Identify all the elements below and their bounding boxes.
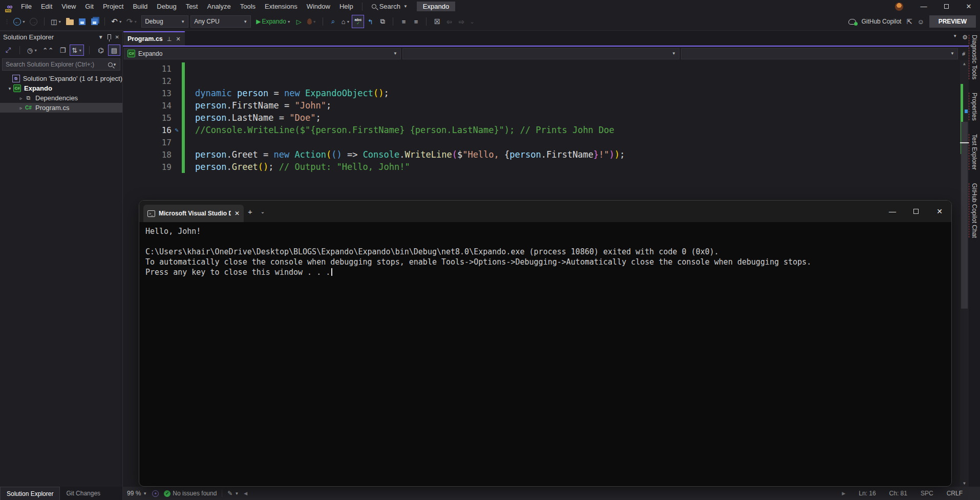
console-tab[interactable]: >_ Microsoft Visual Studio Debu ✕ [143,205,244,222]
tree-item-program-cs[interactable]: ▹C#Program.cs [0,103,122,113]
collapse-all-button[interactable]: ⌃⌃ [40,45,55,56]
visual-studio-logo-icon[interactable]: ∞PRE [3,1,16,12]
document-health-indicator[interactable]: ✓ No issues found [164,490,217,497]
share-icon[interactable]: ⇱ [906,18,912,26]
scroll-down-arrow-icon[interactable]: ▼ [960,481,969,486]
expander-right-icon[interactable]: ▹ [17,96,25,101]
expander-down-icon[interactable]: ▾ [6,86,13,91]
redo-button[interactable]: ↷▼ [124,15,140,28]
preview-selected-item-button[interactable]: ⌂▼ [339,15,352,28]
zoom-dropdown[interactable]: 99 % ▼ [127,490,147,497]
line-number[interactable]: 11 [123,64,172,74]
console-tab-dropdown-icon[interactable]: ⌄ [257,209,269,214]
project-dropdown[interactable]: C# Expando ▼ [124,48,401,59]
window-minimize-button[interactable]: — [912,0,935,13]
window-restore-button[interactable] [935,0,957,13]
console-output[interactable]: Hello, John! C:\Users\khair\OneDrive\Des… [139,222,951,486]
tree-item-dependencies[interactable]: ▹⧉Dependencies [0,93,122,103]
save-all-button[interactable] [88,15,100,28]
panel-tab-git-changes[interactable]: Git Changes [60,487,106,500]
spaces-indicator[interactable]: SPC [921,490,933,497]
solution-explorer-search-box[interactable]: Search Solution Explorer (Ctrl+;) ▼ [2,58,120,71]
document-tab-programcs[interactable]: Program.cs ⊥ ✕ [123,31,185,46]
tool-window-tab-diagnostic-tools[interactable]: Diagnostic Tools [971,35,978,79]
solution-explorer-header[interactable]: Solution Explorer ▼ ✕ [0,31,122,43]
new-project-button[interactable]: ◫▼ [49,15,63,28]
show-all-files-button[interactable]: ▤ [108,45,120,56]
navigate-to-cursor-button[interactable]: ↰ [364,15,376,28]
split-editor-handle[interactable]: ⧣ [960,50,968,57]
expander-right-icon[interactable]: ▹ [17,105,25,111]
scrollbar-thumb[interactable] [961,122,968,309]
menu-extensions[interactable]: Extensions [260,0,302,13]
start-debugging-button[interactable]: ▶ Expando ▼ [254,15,293,28]
scroll-up-arrow-icon[interactable]: ▲ [960,61,969,66]
save-button[interactable] [76,15,88,28]
decrease-indent-button[interactable]: ≡ [397,15,410,28]
menu-project[interactable]: Project [98,0,128,13]
tool-window-tab-properties[interactable]: Properties [971,93,978,121]
menu-edit[interactable]: Edit [36,0,57,13]
menu-analyze[interactable]: Analyze [202,0,235,13]
code-text[interactable]: person.FirstName = "John"; [195,100,331,111]
panel-tab-solution-explorer[interactable]: Solution Explorer [0,487,60,500]
code-text[interactable]: dynamic person = new ExpandoObject(); [195,88,389,98]
column-indicator[interactable]: Ch: 81 [889,490,907,497]
menu-view[interactable]: View [57,0,80,13]
line-number[interactable]: 18 [123,150,172,160]
panel-close-icon[interactable]: ✕ [115,34,119,40]
console-tab-close-icon[interactable]: ✕ [235,210,240,217]
console-minimize-button[interactable]: — [881,201,904,222]
menu-build[interactable]: Build [128,0,152,13]
tool-window-tab-github-copilot-chat[interactable]: GitHub Copilot Chat [971,183,978,238]
find-in-files-button[interactable]: ⌕ [327,15,339,28]
menu-tools[interactable]: Tools [236,0,260,13]
intellicode-icon[interactable]: ✦ [152,490,159,497]
line-number[interactable]: 13 [123,89,172,98]
toggle-bookmark-button[interactable]: ☒ [431,15,443,28]
code-text[interactable]: person.LastName = "Doe"; [195,113,321,123]
line-number[interactable]: 16 [123,125,172,135]
console-close-button[interactable]: ✕ [928,201,951,222]
editor-settings-gear-icon[interactable]: ⚙ [962,34,968,41]
preview-badge[interactable]: PREVIEW [929,15,976,28]
console-maximize-button[interactable] [904,201,928,222]
tree-item-expando[interactable]: ▾C#Expando [0,83,122,93]
switch-views-button[interactable]: ⤢ [2,45,14,56]
solution-configuration-dropdown[interactable]: Debug▼ [141,15,188,28]
previous-bookmark-button[interactable]: ⇦ [443,15,455,28]
user-avatar[interactable] [895,3,903,11]
active-files-chevron-icon[interactable]: ▼ [953,34,957,41]
sync-with-active-document-button[interactable]: ⇅▼ [70,45,84,56]
hscroll-right-arrow-icon[interactable]: ▶ [842,491,845,496]
start-without-debugging-button[interactable]: ▷ [293,15,305,28]
tree-item-solution-expando-1-of-1-project-[interactable]: ⧉Solution 'Expando' (1 of 1 project) [0,74,122,83]
pin-tab-icon[interactable]: ⊥ [167,36,172,42]
hot-reload-button[interactable]: ▼ [305,15,318,28]
properties-wrench-button[interactable]: ⌬ [95,45,107,56]
code-text[interactable]: person.Greet(); // Output: "Hello, John!… [195,162,410,172]
solution-platform-dropdown[interactable]: Any CPU▼ [190,15,251,28]
search-box[interactable]: Search ▼ [367,3,413,10]
clone-code-button[interactable]: ⧉ [376,15,389,28]
toolbar-grip[interactable]: ⋮ [4,18,9,25]
menu-debug[interactable]: Debug [152,0,181,13]
toolbar-overflow-button[interactable]: ⌄ [470,18,474,25]
panel-pin-icon[interactable] [108,34,111,40]
console-new-tab-button[interactable]: + [244,207,257,216]
increase-indent-button[interactable]: ≡ [410,15,422,28]
menu-file[interactable]: File [16,0,36,13]
github-copilot-button[interactable]: GitHub Copilot [861,18,901,25]
line-number[interactable]: 15 [123,113,172,123]
menu-test[interactable]: Test [181,0,203,13]
menu-window[interactable]: Window [302,0,335,13]
navigate-forward-button[interactable]: → [28,15,40,28]
editor-vertical-scrollbar[interactable]: ▲ ▼ [960,60,969,487]
hscroll-left-arrow-icon[interactable]: ◀ [244,491,247,496]
type-dropdown[interactable]: ▼ [402,48,679,59]
menu-help[interactable]: Help [335,0,358,13]
next-bookmark-button[interactable]: ⇨ [455,15,467,28]
open-file-button[interactable] [63,15,76,28]
panel-options-chevron-icon[interactable]: ▼ [98,34,103,40]
undo-button[interactable]: ↶▼ [109,15,124,28]
